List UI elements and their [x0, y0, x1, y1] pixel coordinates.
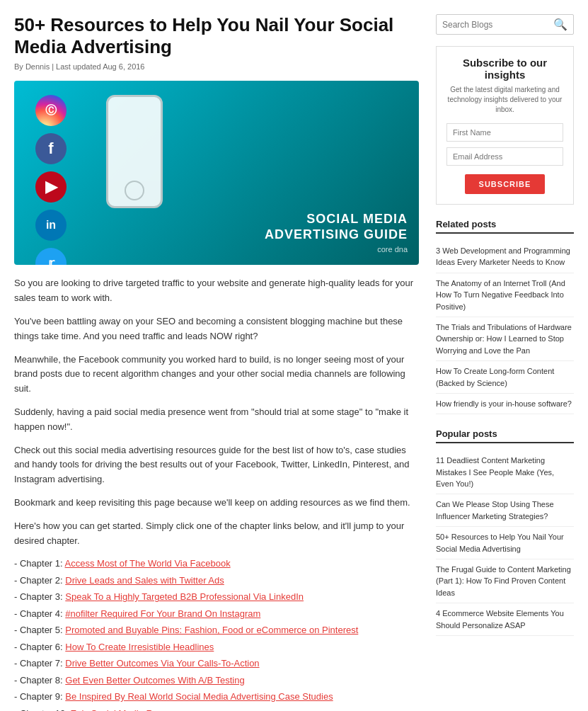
chapter-link[interactable]: Drive Leads and Sales with Twitter Ads — [65, 575, 224, 586]
search-bar[interactable]: 🔍 — [436, 14, 574, 35]
list-item: 50+ Resources to Help You Nail Your Soci… — [436, 527, 574, 559]
chapter-item: - Chapter 10: Epic Social Media Resource… — [14, 707, 419, 711]
related-post-link[interactable]: The Trials and Tribulations of Hardware … — [436, 323, 572, 355]
hero-image: Ⓒ f ▶ in 𝕣 SOCIAL MEDIAADVERTISING GUIDE… — [14, 81, 419, 265]
subscribe-title: Subscribe to our insights — [446, 57, 563, 81]
main-content: 50+ Resources to Help You Nail Your Soci… — [14, 14, 419, 711]
twitter-icon: 𝕣 — [35, 248, 67, 265]
list-item: The Anatomy of an Internet Troll (And Ho… — [436, 273, 574, 317]
list-item: 11 Deadliest Content Marketing Mistakes … — [436, 450, 574, 494]
list-item: 3 Web Development and Programming Ideas … — [436, 241, 574, 273]
search-button[interactable]: 🔍 — [553, 18, 567, 31]
first-name-input[interactable] — [446, 123, 563, 142]
subscribe-button[interactable]: SUBSCRIBE — [465, 174, 546, 194]
chapter-item: - Chapter 9: Be Inspired By Real World S… — [14, 690, 419, 704]
related-post-link[interactable]: How To Create Long-form Content (Backed … — [436, 367, 554, 387]
chapter-link[interactable]: Epic Social Media Resources — [71, 708, 190, 711]
chapter-link[interactable]: Access Most of The World Via Facebook — [65, 558, 231, 569]
chapter-link[interactable]: #nofilter Required For Your Brand On Ins… — [65, 608, 260, 619]
body-para-2: You've been battling away on your SEO an… — [14, 314, 419, 344]
chapter-item: - Chapter 3: Speak To a Highly Targeted … — [14, 590, 419, 604]
email-input[interactable] — [446, 147, 563, 166]
instagram-icon: Ⓒ — [35, 95, 67, 126]
related-posts-list: 3 Web Development and Programming Ideas … — [436, 241, 574, 414]
hero-image-label: SOCIAL MEDIAADVERTISING GUIDE core dna — [253, 200, 419, 265]
phone-mockup — [106, 95, 163, 208]
list-item: The Trials and Tribulations of Hardware … — [436, 317, 574, 361]
subscribe-description: Get the latest digital marketing and tec… — [446, 85, 563, 115]
popular-post-link[interactable]: The Frugal Guide to Content Marketing (P… — [436, 565, 571, 597]
chapter-link[interactable]: Drive Better Outcomes Via Your Calls-To-… — [65, 658, 259, 669]
related-post-link[interactable]: The Anatomy of an Internet Troll (And Ho… — [436, 279, 565, 311]
list-item: How friendly is your in-house software? — [436, 394, 574, 414]
chapter-link[interactable]: Be Inspired By Real World Social Media A… — [65, 691, 333, 702]
chapter-link[interactable]: Get Even Better Outcomes With A/B Testin… — [65, 675, 244, 686]
list-item: 4 Ecommerce Website Elements You Should … — [436, 603, 574, 636]
list-item: Can We Please Stop Using These Influence… — [436, 494, 574, 527]
search-input[interactable] — [442, 20, 553, 30]
chapter-link[interactable]: Speak To a Highly Targeted B2B Professio… — [65, 591, 304, 602]
chapter-item: - Chapter 6: How To Create Irresistible … — [14, 640, 419, 654]
facebook-icon: f — [35, 133, 67, 164]
body-para-4: Suddenly, having a paid social media pre… — [14, 405, 419, 435]
popular-post-link[interactable]: 4 Ecommerce Website Elements You Should … — [436, 609, 564, 629]
body-para-7: Here's how you can get started. Simply c… — [14, 519, 419, 549]
article-title: 50+ Resources to Help You Nail Your Soci… — [14, 14, 419, 58]
chapter-item: - Chapter 1: Access Most of The World Vi… — [14, 557, 419, 571]
chapter-list: - Chapter 1: Access Most of The World Vi… — [14, 557, 419, 711]
related-post-link[interactable]: How friendly is your in-house software? — [436, 399, 572, 408]
hero-brand: core dna — [265, 245, 408, 254]
body-para-6: Bookmark and keep revisiting this page b… — [14, 496, 419, 511]
list-item: How To Create Long-form Content (Backed … — [436, 361, 574, 394]
chapter-link[interactable]: How To Create Irresistible Headlines — [65, 642, 214, 652]
social-icons-group: Ⓒ f ▶ in 𝕣 — [35, 95, 67, 265]
subscribe-box: Subscribe to our insights Get the latest… — [436, 46, 574, 205]
body-para-1: So you are looking to drive targeted tra… — [14, 276, 419, 306]
hero-main-text: SOCIAL MEDIAADVERTISING GUIDE — [265, 212, 408, 242]
pinterest-icon: ▶ — [35, 171, 67, 203]
popular-post-link[interactable]: 11 Deadliest Content Marketing Mistakes … — [436, 456, 554, 488]
popular-posts-title: Popular posts — [436, 428, 574, 443]
chapter-link[interactable]: Promoted and Buyable Pins: Fashion, Food… — [65, 625, 358, 635]
body-para-3: Meanwhile, the Facebook community you wo… — [14, 353, 419, 397]
related-post-link[interactable]: 3 Web Development and Programming Ideas … — [436, 246, 570, 266]
chapter-item: - Chapter 5: Promoted and Buyable Pins: … — [14, 623, 419, 637]
chapter-item: - Chapter 8: Get Even Better Outcomes Wi… — [14, 673, 419, 688]
related-posts-title: Related posts — [436, 219, 574, 234]
popular-post-link[interactable]: Can We Please Stop Using These Influence… — [436, 500, 554, 520]
list-item: The Frugal Guide to Content Marketing (P… — [436, 559, 574, 603]
article-body: So you are looking to drive targeted tra… — [14, 276, 419, 711]
popular-post-link[interactable]: 50+ Resources to Help You Nail Your Soci… — [436, 533, 564, 552]
article-meta: By Dennis | Last updated Aug 6, 2016 — [14, 62, 419, 71]
body-para-5: Check out this social media advertising … — [14, 443, 419, 487]
popular-posts-list: 11 Deadliest Content Marketing Mistakes … — [436, 450, 574, 636]
chapter-item: - Chapter 7: Drive Better Outcomes Via Y… — [14, 656, 419, 671]
sidebar: 🔍 Subscribe to our insights Get the late… — [436, 14, 574, 711]
linkedin-icon: in — [35, 210, 67, 241]
chapter-item: - Chapter 4: #nofilter Required For Your… — [14, 607, 419, 621]
chapter-item: - Chapter 2: Drive Leads and Sales with … — [14, 574, 419, 588]
